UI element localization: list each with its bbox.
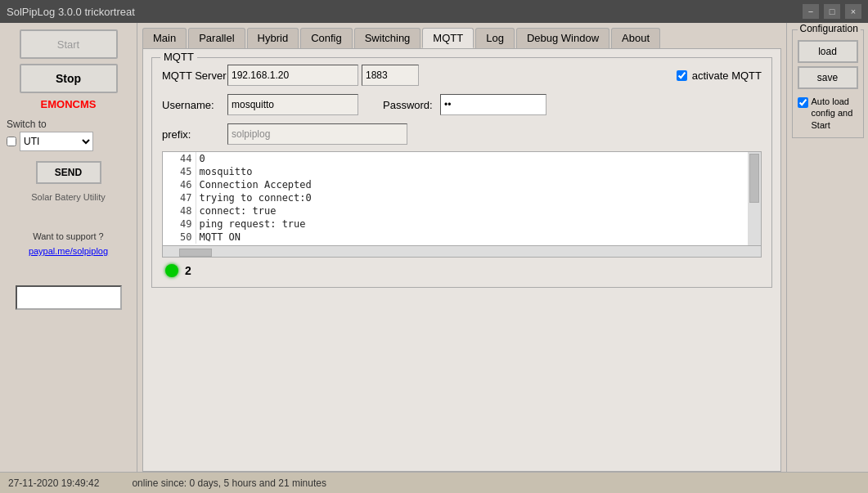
prefix-input[interactable] (227, 123, 407, 145)
config-legend: Configuration (798, 23, 861, 34)
mqtt-server-label: MQTT Server (162, 69, 227, 82)
log-row: 47trying to connect:0 (163, 191, 761, 204)
tab-mqtt[interactable]: MQTT (422, 28, 474, 48)
titlebar-title: SolPipLog 3.0.0 trickortreat (7, 6, 135, 18)
bottombar: 27-11-2020 19:49:42 online since: 0 days… (0, 472, 868, 493)
username-label: Username: (162, 99, 227, 111)
autoload-checkbox[interactable] (798, 97, 808, 108)
tabs: Main Parallel Hybrid Config Switching MQ… (137, 23, 786, 48)
solar-label: Solar Batery Utility (31, 192, 105, 202)
status-count: 2 (185, 264, 191, 277)
online-since-label: online since: 0 days, 5 hours and 21 min… (132, 477, 326, 489)
sidebar: Start Stop EMONCMS Switch to UTI SEND So… (0, 23, 137, 472)
activate-checkbox[interactable] (677, 70, 687, 81)
start-button[interactable]: Start (20, 29, 118, 59)
autoload-section: Auto load config and Start (798, 96, 858, 131)
switch-to-section: Switch to UTI (7, 119, 130, 151)
log-row: 440 (163, 152, 761, 165)
log-row: 48connect: true (163, 204, 761, 217)
log-line-text: mosquitto (196, 165, 761, 178)
password-label: Password: (383, 99, 440, 111)
tab-about[interactable]: About (611, 28, 660, 48)
log-line-text: MQTT ON (196, 231, 761, 244)
switch-to-label: Switch to (7, 119, 130, 130)
save-button[interactable]: save (798, 66, 858, 89)
titlebar: SolPipLog 3.0.0 trickortreat − □ × (0, 0, 868, 23)
activate-row: activate MQTT (677, 69, 762, 82)
stop-button[interactable]: Stop (20, 64, 118, 93)
activate-label: activate MQTT (692, 69, 762, 82)
log-line-text: trying to connect:0 (196, 191, 761, 204)
uti-select[interactable]: UTI (20, 132, 93, 151)
log-line-text: ping request: true (196, 217, 761, 231)
restore-button[interactable]: □ (824, 4, 840, 19)
log-row: 45mosquitto (163, 165, 761, 178)
status-indicator (165, 264, 178, 277)
log-line-number: 49 (163, 217, 196, 231)
paypal-link[interactable]: paypal.me/solpiplog (29, 246, 108, 256)
log-line-text: Connection Accepted (196, 178, 761, 191)
log-scroll-thumb[interactable] (749, 154, 759, 203)
log-scrollbar[interactable] (748, 152, 761, 245)
emoncms-link[interactable]: EMONCMS (41, 98, 97, 110)
log-row: 50MQTT ON (163, 231, 761, 244)
tab-log[interactable]: Log (475, 28, 515, 48)
tab-config[interactable]: Config (300, 28, 353, 48)
mqtt-group-legend: MQTT (160, 51, 197, 63)
log-line-number: 50 (163, 231, 196, 244)
close-button[interactable]: × (845, 4, 861, 19)
support-label: Want to support ? (33, 231, 103, 241)
minimize-button[interactable]: − (803, 4, 819, 19)
tab-debug-window[interactable]: Debug Window (516, 28, 609, 48)
log-line-number: 45 (163, 165, 196, 178)
tab-content: MQTT MQTT Server activate MQTT Username:… (142, 48, 781, 472)
tab-hybrid[interactable]: Hybrid (247, 28, 299, 48)
load-button[interactable]: load (798, 40, 858, 63)
username-input[interactable] (227, 94, 358, 115)
switch-checkbox[interactable] (7, 137, 16, 146)
datetime-label: 27-11-2020 19:49:42 (8, 477, 99, 489)
autoload-label: Auto load config and Start (812, 96, 858, 131)
titlebar-controls: − □ × (803, 4, 861, 19)
log-line-number: 48 (163, 204, 196, 217)
tab-parallel[interactable]: Parallel (188, 28, 245, 48)
prefix-label: prefix: (162, 128, 227, 141)
config-group: Configuration load save Auto load config… (792, 29, 864, 138)
log-container[interactable]: 44045mosquitto46Connection Accepted47try… (162, 151, 762, 258)
status-row: 2 (162, 264, 762, 277)
mqtt-server-input[interactable] (227, 65, 358, 86)
tab-switching[interactable]: Switching (354, 28, 421, 48)
log-table: 44045mosquitto46Connection Accepted47try… (163, 152, 761, 244)
savio-field[interactable]: Savio5KwOffg (16, 285, 122, 310)
log-row: 49ping request: true (163, 217, 761, 231)
log-line-text: connect: true (196, 204, 761, 217)
right-panel: Configuration load save Auto load config… (786, 23, 868, 472)
log-line-number: 47 (163, 191, 196, 204)
tab-area: Main Parallel Hybrid Config Switching MQ… (137, 23, 786, 472)
log-hscroll-thumb[interactable] (179, 249, 212, 257)
log-line-number: 44 (163, 152, 196, 165)
log-line-number: 46 (163, 178, 196, 191)
mqtt-port-input[interactable] (362, 65, 419, 86)
log-line-text: 0 (196, 152, 761, 165)
log-row: 46Connection Accepted (163, 178, 761, 191)
send-button[interactable]: SEND (36, 161, 101, 184)
password-input[interactable] (440, 94, 546, 115)
log-hscrollbar[interactable] (163, 245, 761, 258)
mqtt-group: MQTT MQTT Server activate MQTT Username:… (151, 57, 772, 288)
tab-main[interactable]: Main (142, 28, 187, 48)
